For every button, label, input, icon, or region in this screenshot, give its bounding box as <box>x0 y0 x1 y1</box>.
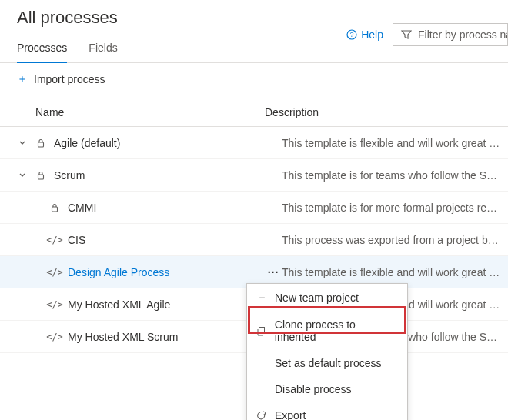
process-description: This process was exported from a project… <box>282 234 508 246</box>
table-row[interactable]: Agile (default)···This template is flexi… <box>0 127 508 159</box>
table-header: Name Description <box>0 98 508 127</box>
tab-processes[interactable]: Processes <box>17 42 67 63</box>
process-description: This template is for teams who follow th… <box>282 169 508 182</box>
menu-item-label: Export <box>275 409 306 420</box>
menu-item[interactable]: Disable process <box>247 376 407 402</box>
column-name[interactable]: Name <box>35 106 265 118</box>
menu-item-label: New team project <box>275 292 359 304</box>
code-icon: </> <box>48 332 62 342</box>
table-row[interactable]: </>CIS···This process was exported from … <box>0 224 508 256</box>
tab-fields[interactable]: Fields <box>89 42 117 62</box>
context-menu: ＋New team projectClone process to inheri… <box>246 283 408 420</box>
process-name: Agile (default) <box>54 137 120 149</box>
menu-item[interactable]: Set as default process <box>247 350 407 376</box>
process-name[interactable]: Design Agile Process <box>68 266 169 278</box>
svg-rect-4 <box>52 207 58 212</box>
code-icon: </> <box>48 267 62 278</box>
import-process-button[interactable]: ＋ Import process <box>0 63 508 94</box>
process-name: My Hosted XML Agile <box>68 298 170 311</box>
filter-placeholder: Filter by process na <box>418 28 508 41</box>
chevron-down-icon[interactable] <box>17 172 28 179</box>
process-description: This template is flexible and will work … <box>282 137 508 149</box>
import-process-label: Import process <box>34 73 105 85</box>
filter-icon <box>401 29 412 40</box>
lock-icon <box>34 171 48 180</box>
code-icon: </> <box>48 235 62 245</box>
menu-item[interactable]: Export <box>247 402 407 420</box>
menu-item[interactable]: ＋New team project <box>247 284 407 312</box>
help-link[interactable]: ? Help <box>346 28 383 41</box>
plus-icon: ＋ <box>256 291 267 305</box>
code-icon: </> <box>48 299 62 310</box>
svg-text:?: ? <box>350 31 354 38</box>
table-row[interactable]: CMMI···This template is for more formal … <box>0 192 508 224</box>
plus-icon: ＋ <box>17 72 28 86</box>
help-label: Help <box>361 28 383 41</box>
process-description: This template is flexible and will work … <box>282 266 508 278</box>
menu-item-label: Clone process to inherited <box>275 318 398 343</box>
clone-icon <box>256 326 267 336</box>
menu-item[interactable]: Clone process to inherited <box>247 312 407 350</box>
export-icon <box>256 411 267 421</box>
process-name: My Hosted XML Scrum <box>68 331 178 343</box>
table-row[interactable]: Scrum···This template is for teams who f… <box>0 159 508 192</box>
lock-icon <box>34 138 48 148</box>
filter-input[interactable]: Filter by process na <box>393 23 508 46</box>
menu-item-label: Disable process <box>275 383 352 395</box>
more-actions-button[interactable]: ··· <box>265 266 282 278</box>
process-name: CMMI <box>68 202 96 214</box>
column-description[interactable]: Description <box>265 106 508 118</box>
svg-rect-2 <box>38 142 44 147</box>
chevron-down-icon[interactable] <box>17 139 28 147</box>
svg-rect-5 <box>259 327 265 333</box>
process-name: CIS <box>68 234 85 246</box>
svg-rect-3 <box>38 175 44 179</box>
menu-item-label: Set as default process <box>275 357 382 369</box>
help-icon: ? <box>346 29 357 40</box>
lock-icon <box>48 203 62 212</box>
process-description: This template is for more formal project… <box>282 202 508 214</box>
process-name: Scrum <box>54 169 85 182</box>
